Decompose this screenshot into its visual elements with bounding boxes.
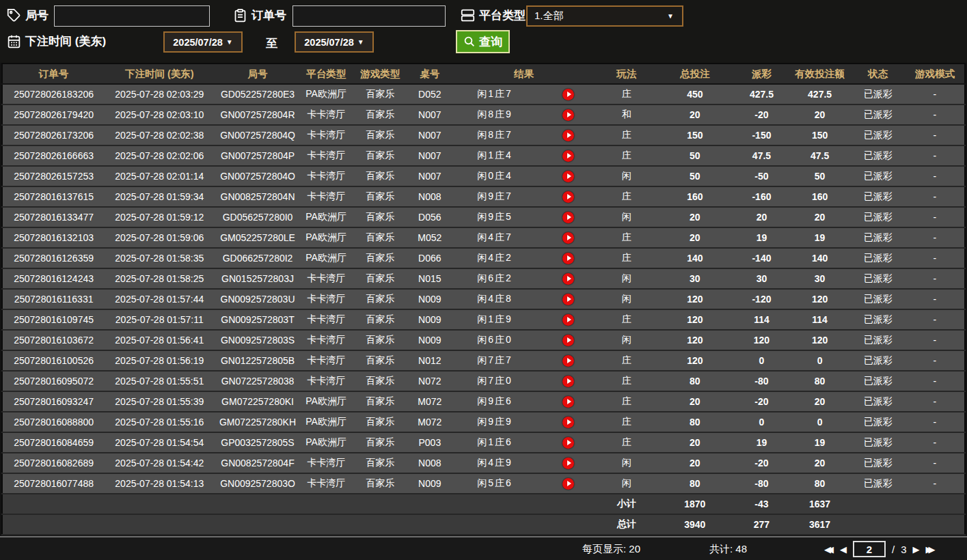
platform-cell: PA欧洲厅 bbox=[301, 412, 351, 432]
result-cell: 闲4庄9 bbox=[450, 453, 539, 473]
table-no-cell: N008 bbox=[409, 453, 450, 473]
date-to-picker[interactable]: 2025/07/28 ▼ bbox=[295, 31, 374, 53]
total-count-label: 共计: 48 bbox=[709, 543, 747, 556]
valid-bet-cell: 20 bbox=[789, 104, 851, 125]
payout-cell: 0 bbox=[734, 350, 789, 371]
order-no-cell: 250728016077488 bbox=[2, 473, 105, 494]
play-cell bbox=[539, 207, 597, 227]
bet-time-cell: 2025-07-28 01:55:16 bbox=[105, 412, 214, 432]
prev-page-button[interactable]: ◀ bbox=[840, 544, 847, 555]
play-icon[interactable] bbox=[562, 478, 574, 490]
order-no-cell: 250728016124243 bbox=[2, 268, 105, 289]
status-cell: 已派彩 bbox=[851, 289, 905, 309]
result-cell: 闲7庄0 bbox=[450, 371, 539, 391]
round-no-cell: GM052257280LE bbox=[214, 227, 301, 248]
play-icon[interactable] bbox=[562, 191, 574, 203]
play-icon[interactable] bbox=[562, 130, 574, 141]
play-cell bbox=[539, 248, 597, 268]
chevron-down-icon: ▼ bbox=[226, 39, 233, 46]
play-icon[interactable] bbox=[562, 253, 574, 264]
game-mode-cell: - bbox=[905, 371, 965, 391]
game-type-cell: 百家乐 bbox=[351, 207, 409, 227]
table-no-cell: N007 bbox=[409, 104, 450, 125]
valid-bet-cell: 0 bbox=[789, 412, 851, 432]
play-icon[interactable] bbox=[562, 376, 574, 387]
payout-cell: 120 bbox=[734, 330, 789, 350]
subtotal-payout: -43 bbox=[734, 494, 789, 514]
game-type-cell: 百家乐 bbox=[351, 227, 409, 248]
play-icon[interactable] bbox=[562, 458, 574, 469]
total-bet-cell: 120 bbox=[655, 309, 734, 330]
game-type-cell: 百家乐 bbox=[351, 350, 409, 371]
search-button[interactable]: 查询 bbox=[456, 30, 510, 53]
payout-cell: -20 bbox=[734, 453, 789, 473]
play-icon[interactable] bbox=[562, 109, 574, 121]
play-type-cell: 庄 bbox=[597, 145, 655, 166]
game-mode-cell: - bbox=[905, 207, 965, 227]
payout-cell: -20 bbox=[734, 104, 789, 125]
status-cell: 已派彩 bbox=[851, 207, 905, 227]
play-icon[interactable] bbox=[562, 335, 574, 346]
play-icon[interactable] bbox=[562, 294, 574, 305]
play-icon[interactable] bbox=[562, 314, 574, 326]
game-type-cell: 百家乐 bbox=[351, 186, 409, 207]
result-cell: 闲9庄5 bbox=[450, 207, 539, 227]
platform-cell: 卡卡湾厅 bbox=[301, 330, 351, 350]
payout-cell: -140 bbox=[734, 248, 789, 268]
play-icon[interactable] bbox=[562, 150, 574, 162]
play-cell bbox=[539, 371, 597, 391]
last-page-button[interactable]: ▶▶ bbox=[926, 544, 936, 555]
bet-time-cell: 2025-07-28 02:03:10 bbox=[105, 104, 214, 125]
bet-time-cell: 2025-07-28 01:54:54 bbox=[105, 432, 214, 453]
header-game-mode: 游戏模式 bbox=[905, 64, 965, 84]
chevron-down-icon: ▼ bbox=[667, 13, 674, 20]
total-bet-cell: 450 bbox=[655, 84, 734, 104]
play-icon[interactable] bbox=[562, 355, 574, 367]
page-number-input[interactable] bbox=[853, 541, 886, 557]
game-mode-cell: - bbox=[905, 350, 965, 371]
total-bet-cell: 20 bbox=[655, 391, 734, 412]
total-bet-cell: 20 bbox=[655, 432, 734, 453]
table-no-cell: N007 bbox=[409, 125, 450, 145]
play-icon[interactable] bbox=[562, 89, 574, 100]
platform-cell: 卡卡湾厅 bbox=[301, 166, 351, 186]
date-from-picker[interactable]: 2025/07/28 ▼ bbox=[163, 31, 243, 53]
platform-select[interactable]: 1.全部 ▼ bbox=[526, 5, 683, 27]
play-icon[interactable] bbox=[562, 396, 574, 408]
game-mode-cell: - bbox=[905, 227, 965, 248]
status-cell: 已派彩 bbox=[851, 453, 905, 473]
result-cell: 闲0庄4 bbox=[450, 166, 539, 186]
round-input[interactable] bbox=[54, 5, 210, 27]
platform-cell: 卡卡湾厅 bbox=[301, 350, 351, 371]
game-mode-cell: - bbox=[905, 166, 965, 186]
payout-cell: 114 bbox=[734, 309, 789, 330]
play-icon[interactable] bbox=[562, 212, 574, 223]
play-cell bbox=[539, 166, 597, 186]
round-no-cell: GN0092572803U bbox=[214, 289, 301, 309]
play-icon[interactable] bbox=[562, 171, 574, 182]
valid-bet-cell: 19 bbox=[789, 227, 851, 248]
valid-bet-cell: 20 bbox=[789, 453, 851, 473]
play-type-cell: 闲 bbox=[597, 473, 655, 494]
server-icon bbox=[461, 8, 475, 23]
page-total: 3 bbox=[901, 544, 906, 555]
subtotal-row: 小计 1870 -43 1637 bbox=[2, 494, 965, 514]
total-bet-cell: 50 bbox=[655, 145, 734, 166]
platform-cell: 卡卡湾厅 bbox=[301, 309, 351, 330]
game-type-cell: 百家乐 bbox=[351, 371, 409, 391]
play-triangle bbox=[567, 481, 571, 486]
round-no-cell: GM072257280KI bbox=[214, 391, 301, 412]
round-no-cell: GN0092572803S bbox=[214, 330, 301, 350]
first-page-button[interactable]: ◀◀ bbox=[824, 544, 834, 555]
play-icon[interactable] bbox=[562, 437, 574, 449]
order-label: 订单号 bbox=[251, 8, 286, 23]
table-no-cell: N009 bbox=[409, 309, 450, 330]
game-type-cell: 百家乐 bbox=[351, 84, 409, 104]
play-type-cell: 庄 bbox=[597, 227, 655, 248]
play-icon[interactable] bbox=[562, 232, 574, 244]
order-input[interactable] bbox=[292, 5, 446, 27]
play-type-cell: 和 bbox=[597, 104, 655, 125]
next-page-button[interactable]: ▶ bbox=[913, 544, 920, 555]
play-icon[interactable] bbox=[562, 273, 574, 285]
play-icon[interactable] bbox=[562, 417, 574, 428]
